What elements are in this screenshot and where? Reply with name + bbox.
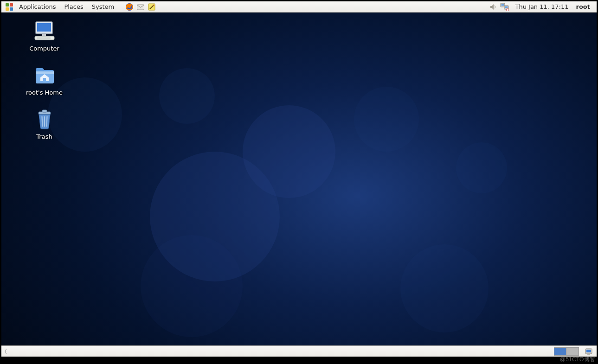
workspace-switcher[interactable] — [554, 347, 579, 356]
firefox-launcher-icon[interactable] — [124, 2, 135, 12]
wallpaper-decoration — [456, 142, 507, 193]
wallpaper-decoration — [159, 68, 215, 124]
workspace-2[interactable] — [566, 348, 579, 355]
wallpaper-decoration — [141, 235, 243, 337]
svg-rect-13 — [37, 23, 51, 32]
menu-system[interactable]: System — [88, 2, 118, 12]
volume-tray-icon[interactable] — [489, 2, 499, 12]
svg-rect-27 — [587, 354, 590, 355]
workspace-1[interactable] — [554, 348, 566, 355]
desktop-icon-label: Trash — [36, 133, 52, 140]
svg-rect-1 — [10, 3, 13, 6]
svg-line-22 — [42, 116, 42, 127]
bottom-panel — [1, 345, 597, 357]
top-panel: Applications Places System — [1, 1, 597, 13]
svg-rect-9 — [501, 4, 504, 6]
trash-icon — [33, 109, 56, 130]
svg-line-24 — [46, 116, 47, 127]
evolution-mail-launcher-icon[interactable] — [135, 2, 146, 12]
menu-places[interactable]: Places — [60, 2, 87, 12]
text-editor-launcher-icon[interactable] — [147, 2, 157, 12]
clock[interactable]: Thu Jan 11, 17:11 — [511, 2, 573, 12]
svg-rect-18 — [36, 71, 54, 74]
svg-rect-10 — [505, 6, 508, 8]
desktop-icon-label: Computer — [29, 45, 59, 52]
home-folder-icon — [33, 65, 56, 86]
wallpaper-decoration — [243, 105, 335, 198]
svg-rect-3 — [10, 7, 13, 11]
svg-rect-26 — [586, 350, 591, 352]
watermark-text: @51CTO博客 — [560, 356, 595, 364]
desktop-icon-trash[interactable]: Trash — [15, 109, 73, 140]
wallpaper-decoration — [354, 87, 419, 152]
menu-applications[interactable]: Applications — [15, 2, 59, 12]
network-tray-icon[interactable] — [500, 2, 510, 12]
svg-rect-21 — [42, 110, 47, 112]
desktop-icon-label: root's Home — [26, 89, 63, 96]
desktop-icon-computer[interactable]: Computer — [15, 21, 73, 52]
svg-rect-19 — [43, 78, 46, 81]
svg-rect-16 — [37, 38, 51, 38]
desktop-wallpaper[interactable]: Computer root's Home — [1, 13, 597, 346]
svg-rect-2 — [6, 7, 9, 11]
panel-hide-handle[interactable] — [4, 346, 7, 357]
wallpaper-decoration — [400, 244, 489, 332]
tray-drawer-icon[interactable] — [584, 346, 594, 357]
gnome-main-menu-icon[interactable] — [4, 2, 14, 12]
svg-rect-0 — [6, 3, 9, 6]
user-menu[interactable]: root — [574, 2, 594, 12]
computer-icon — [33, 21, 56, 42]
desktop-icon-home[interactable]: root's Home — [15, 65, 73, 96]
svg-rect-14 — [42, 34, 46, 36]
